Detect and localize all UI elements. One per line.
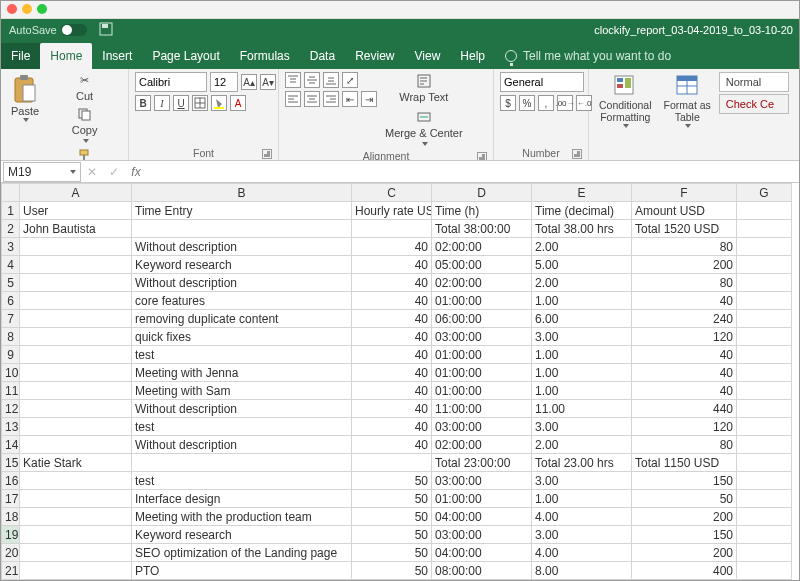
cell-C2[interactable] — [352, 220, 432, 238]
cell-F2[interactable]: Total 1520 USD — [632, 220, 737, 238]
cell-D21[interactable]: 08:00:00 — [432, 562, 532, 580]
accounting-format-button[interactable]: $ — [500, 95, 516, 111]
cell-E3[interactable]: 2.00 — [532, 238, 632, 256]
increase-decimal-button[interactable]: .00→ — [557, 95, 573, 111]
cell-F10[interactable]: 40 — [632, 364, 737, 382]
cell-C12[interactable]: 40 — [352, 400, 432, 418]
name-box[interactable]: M19 — [3, 162, 81, 182]
cell-C19[interactable]: 50 — [352, 526, 432, 544]
cell-G16[interactable] — [737, 472, 792, 490]
increase-font-button[interactable]: A▴ — [241, 74, 257, 90]
cell-A8[interactable] — [20, 328, 132, 346]
row-header-4[interactable]: 4 — [2, 256, 20, 274]
column-header-D[interactable]: D — [432, 184, 532, 202]
row-header-22[interactable]: 22 — [2, 580, 20, 581]
cell-D1[interactable]: Time (h) — [432, 202, 532, 220]
cell-G3[interactable] — [737, 238, 792, 256]
row-header-19[interactable]: 19 — [2, 526, 20, 544]
cell-G11[interactable] — [737, 382, 792, 400]
cell-D22[interactable] — [432, 580, 532, 581]
row-header-11[interactable]: 11 — [2, 382, 20, 400]
cell-E20[interactable]: 4.00 — [532, 544, 632, 562]
dialog-launcher-icon[interactable] — [477, 152, 487, 161]
cell-E22[interactable] — [532, 580, 632, 581]
cell-D11[interactable]: 01:00:00 — [432, 382, 532, 400]
cell-B4[interactable]: Keyword research — [132, 256, 352, 274]
row-header-10[interactable]: 10 — [2, 364, 20, 382]
row-header-5[interactable]: 5 — [2, 274, 20, 292]
cell-E11[interactable]: 1.00 — [532, 382, 632, 400]
cell-B11[interactable]: Meeting with Sam — [132, 382, 352, 400]
cell-C18[interactable]: 50 — [352, 508, 432, 526]
cell-E12[interactable]: 11.00 — [532, 400, 632, 418]
autosave-toggle[interactable]: AutoSave — [1, 24, 95, 36]
cell-F6[interactable]: 40 — [632, 292, 737, 310]
cell-D7[interactable]: 06:00:00 — [432, 310, 532, 328]
border-button[interactable] — [192, 95, 208, 111]
cell-B16[interactable]: test — [132, 472, 352, 490]
cell-D10[interactable]: 01:00:00 — [432, 364, 532, 382]
tab-view[interactable]: View — [405, 43, 451, 69]
format-painter-button[interactable]: Format Painter — [47, 147, 122, 161]
cell-D8[interactable]: 03:00:00 — [432, 328, 532, 346]
tab-page-layout[interactable]: Page Layout — [142, 43, 229, 69]
cell-A10[interactable] — [20, 364, 132, 382]
cell-C20[interactable]: 50 — [352, 544, 432, 562]
tab-home[interactable]: Home — [40, 43, 92, 69]
cell-G5[interactable] — [737, 274, 792, 292]
cell-G15[interactable] — [737, 454, 792, 472]
cell-E6[interactable]: 1.00 — [532, 292, 632, 310]
cell-B2[interactable] — [132, 220, 352, 238]
cell-C4[interactable]: 40 — [352, 256, 432, 274]
cell-F7[interactable]: 240 — [632, 310, 737, 328]
tab-insert[interactable]: Insert — [92, 43, 142, 69]
cell-D16[interactable]: 03:00:00 — [432, 472, 532, 490]
cell-B10[interactable]: Meeting with Jenna — [132, 364, 352, 382]
cell-F16[interactable]: 150 — [632, 472, 737, 490]
cell-E7[interactable]: 6.00 — [532, 310, 632, 328]
column-header-A[interactable]: A — [20, 184, 132, 202]
cell-G22[interactable] — [737, 580, 792, 581]
align-left-button[interactable] — [285, 91, 301, 107]
cell-A17[interactable] — [20, 490, 132, 508]
cell-F19[interactable]: 150 — [632, 526, 737, 544]
cell-B9[interactable]: test — [132, 346, 352, 364]
cell-A1[interactable]: User — [20, 202, 132, 220]
cell-F20[interactable]: 200 — [632, 544, 737, 562]
align-top-button[interactable] — [285, 72, 301, 88]
cell-F4[interactable]: 200 — [632, 256, 737, 274]
cell-A5[interactable] — [20, 274, 132, 292]
tab-formulas[interactable]: Formulas — [230, 43, 300, 69]
cell-C5[interactable]: 40 — [352, 274, 432, 292]
italic-button[interactable]: I — [154, 95, 170, 111]
maximize-window-button[interactable] — [37, 4, 47, 14]
cell-D4[interactable]: 05:00:00 — [432, 256, 532, 274]
cell-G12[interactable] — [737, 400, 792, 418]
align-middle-button[interactable] — [304, 72, 320, 88]
cell-C1[interactable]: Hourly rate USD — [352, 202, 432, 220]
cell-A13[interactable] — [20, 418, 132, 436]
cell-F18[interactable]: 200 — [632, 508, 737, 526]
decrease-indent-button[interactable]: ⇤ — [342, 91, 358, 107]
cell-B13[interactable]: test — [132, 418, 352, 436]
cell-F1[interactable]: Amount USD — [632, 202, 737, 220]
cell-E4[interactable]: 5.00 — [532, 256, 632, 274]
cell-G19[interactable] — [737, 526, 792, 544]
cell-F9[interactable]: 40 — [632, 346, 737, 364]
row-header-2[interactable]: 2 — [2, 220, 20, 238]
cell-C15[interactable] — [352, 454, 432, 472]
cut-button[interactable]: ✂Cut — [47, 72, 122, 104]
tab-help[interactable]: Help — [450, 43, 495, 69]
cell-B18[interactable]: Meeting with the production team — [132, 508, 352, 526]
cell-G17[interactable] — [737, 490, 792, 508]
cell-C3[interactable]: 40 — [352, 238, 432, 256]
cell-A2[interactable]: John Bautista — [20, 220, 132, 238]
row-header-3[interactable]: 3 — [2, 238, 20, 256]
cell-D15[interactable]: Total 23:00:00 — [432, 454, 532, 472]
cell-E2[interactable]: Total 38.00 hrs — [532, 220, 632, 238]
insert-function-button[interactable]: fx — [125, 165, 147, 179]
toggle-switch-icon[interactable] — [61, 24, 87, 36]
row-header-14[interactable]: 14 — [2, 436, 20, 454]
row-header-17[interactable]: 17 — [2, 490, 20, 508]
cell-F17[interactable]: 50 — [632, 490, 737, 508]
